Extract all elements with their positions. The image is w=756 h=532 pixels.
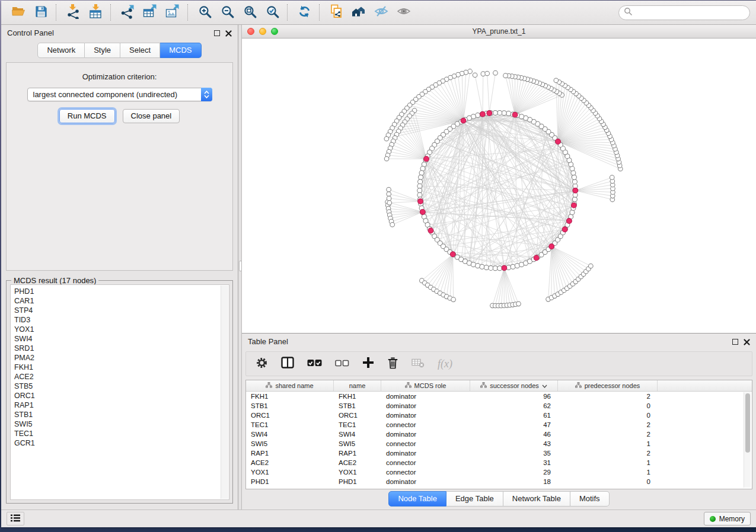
open-session-button[interactable]	[7, 3, 30, 22]
zoom-selected-button[interactable]	[261, 3, 283, 22]
result-node-item[interactable]: SWI4	[14, 334, 229, 344]
graph-node[interactable]	[572, 197, 577, 202]
import-table-button[interactable]	[84, 3, 107, 22]
graph-mcds-node[interactable]	[566, 218, 572, 223]
table-row[interactable]: YOX1YOX1connector291	[246, 467, 752, 477]
table-row[interactable]: TEC1TEC1connector472	[246, 420, 752, 430]
tab-style[interactable]: Style	[85, 43, 120, 58]
graph-node[interactable]	[489, 265, 493, 270]
graph-node[interactable]	[493, 110, 497, 115]
zoom-in-button[interactable]	[193, 3, 216, 22]
result-node-item[interactable]: TEC1	[14, 429, 229, 438]
graph-node[interactable]	[473, 73, 477, 78]
close-window-light[interactable]	[247, 28, 254, 35]
graph-node[interactable]	[485, 71, 490, 76]
table-row[interactable]: ACE2ACE2connector311	[246, 458, 752, 467]
close-table-panel-icon[interactable]	[744, 338, 750, 345]
column-header-shared-name[interactable]: shared name	[246, 380, 334, 391]
result-node-item[interactable]: SRD1	[14, 344, 229, 353]
column-header-MCDS-role[interactable]: MCDS role	[381, 380, 470, 391]
graph-node[interactable]	[516, 302, 521, 306]
graph-node[interactable]	[417, 184, 422, 188]
graph-node[interactable]	[502, 111, 506, 116]
graph-node[interactable]	[506, 111, 511, 116]
column-header-predecessor-nodes[interactable]: predecessor nodes	[558, 380, 658, 391]
table-tab-motifs[interactable]: Motifs	[570, 491, 610, 507]
table-row[interactable]: SWI4SWI4dominator462	[246, 430, 752, 439]
graph-mcds-node[interactable]	[512, 112, 518, 117]
graph-mcds-node[interactable]	[556, 139, 561, 145]
panel-divider[interactable]	[238, 25, 242, 509]
close-panel-button[interactable]: Close panel	[123, 109, 180, 123]
first-neighbors-button[interactable]	[347, 3, 370, 22]
minimize-window-light[interactable]	[259, 28, 266, 35]
result-scrollbar[interactable]	[221, 286, 228, 499]
result-node-item[interactable]: CAR1	[14, 296, 229, 306]
search-input[interactable]	[636, 8, 745, 17]
delete-column-button[interactable]	[387, 355, 398, 373]
hide-selected-button[interactable]	[370, 3, 393, 22]
result-node-item[interactable]: TID3	[14, 315, 229, 325]
table-row[interactable]: PHD1PHD1dominator180	[246, 477, 752, 486]
result-node-item[interactable]: YOX1	[14, 325, 229, 334]
result-node-item[interactable]: GCR1	[14, 438, 229, 448]
graph-node[interactable]	[384, 136, 389, 141]
float-panel-button[interactable]	[214, 30, 220, 36]
graph-mcds-node[interactable]	[461, 118, 466, 123]
graph-mcds-node[interactable]	[418, 198, 423, 204]
tab-network[interactable]: Network	[37, 43, 85, 58]
deselect-all-checkboxes-button[interactable]	[335, 355, 349, 373]
graph-mcds-node[interactable]	[562, 227, 567, 232]
graph-mcds-node[interactable]	[502, 265, 507, 271]
graph-node[interactable]	[572, 180, 577, 184]
graph-node[interactable]	[572, 175, 576, 180]
graph-node[interactable]	[387, 201, 392, 206]
graph-node[interactable]	[387, 187, 391, 192]
graph-node[interactable]	[589, 264, 594, 268]
graph-node[interactable]	[387, 192, 391, 197]
graph-mcds-node[interactable]	[450, 252, 455, 257]
duplicate-network-button[interactable]	[325, 3, 347, 22]
zoom-out-button[interactable]	[216, 3, 238, 22]
save-session-button[interactable]	[30, 3, 52, 22]
show-panels-button[interactable]	[7, 512, 24, 525]
graph-node[interactable]	[417, 188, 422, 193]
tab-mcds[interactable]: MCDS	[160, 43, 201, 58]
graph-mcds-node[interactable]	[534, 255, 539, 261]
graph-mcds-node[interactable]	[420, 209, 425, 214]
graph-node[interactable]	[511, 264, 515, 269]
export-table-button[interactable]	[139, 3, 161, 22]
graph-node[interactable]	[554, 78, 559, 83]
graph-node[interactable]	[610, 175, 614, 180]
table-tab-edge-table[interactable]: Edge Table	[446, 491, 503, 507]
graph-node[interactable]	[384, 156, 389, 161]
select-all-checkboxes-button[interactable]	[307, 355, 322, 373]
graph-mcds-node[interactable]	[573, 188, 578, 193]
table-tab-node-table[interactable]: Node Table	[388, 491, 446, 507]
graph-node[interactable]	[484, 265, 489, 270]
optimization-select[interactable]: largest connected component (undirected)	[27, 88, 212, 101]
graph-node[interactable]	[497, 266, 502, 271]
table-scrollbar[interactable]	[744, 392, 751, 488]
result-node-item[interactable]: ACE2	[14, 372, 229, 382]
table-row[interactable]: RAP1RAP1dominator352	[246, 448, 752, 458]
column-header-successor-nodes[interactable]: successor nodes	[470, 380, 558, 391]
graph-node[interactable]	[390, 222, 395, 227]
column-header-name[interactable]: name	[334, 380, 381, 391]
graph-node[interactable]	[419, 175, 423, 180]
graph-node[interactable]	[387, 196, 391, 201]
graph-mcds-node[interactable]	[549, 244, 554, 249]
graph-mcds-node[interactable]	[428, 228, 433, 233]
zoom-fit-button[interactable]	[238, 3, 261, 22]
run-mcds-button[interactable]: Run MCDS	[59, 109, 115, 123]
result-node-item[interactable]: PMA2	[14, 353, 229, 363]
graph-node[interactable]	[419, 171, 424, 175]
result-node-item[interactable]: STP4	[14, 306, 229, 315]
show-column-panel-button[interactable]	[281, 355, 294, 373]
float-table-panel-button[interactable]	[732, 339, 738, 345]
graph-node[interactable]	[503, 73, 508, 78]
add-column-button[interactable]	[362, 355, 374, 373]
table-scrollbar-thumb[interactable]	[745, 393, 750, 453]
graph-mcds-node[interactable]	[571, 203, 576, 208]
settings-button[interactable]	[256, 355, 268, 373]
